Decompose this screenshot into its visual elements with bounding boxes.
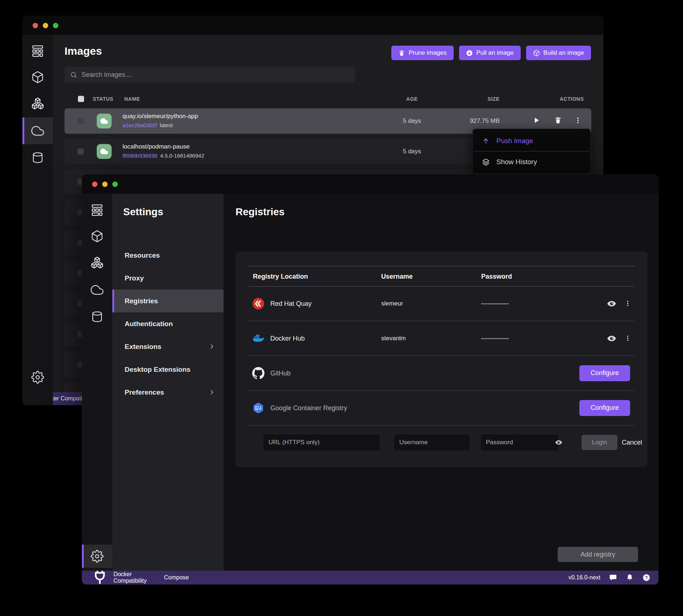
sidebar-item-volumes[interactable]	[82, 303, 112, 330]
registry-password-masked: •••••••••••••••••	[481, 301, 509, 305]
google-container-registry-icon	[252, 402, 265, 414]
add-registry-form: Login Cancel	[249, 425, 634, 459]
github-icon	[252, 367, 265, 379]
sidebar-item-containers[interactable]	[22, 64, 53, 91]
col-size: SIZE	[487, 96, 499, 102]
search-images-input[interactable]	[82, 71, 350, 79]
settings-title: Settings	[123, 206, 163, 218]
sidebar-item-pods[interactable]	[82, 250, 112, 276]
col-actions: ACTIONS	[560, 96, 584, 102]
sidebar-item-dashboard[interactable]	[22, 37, 53, 64]
chevron-right-icon	[209, 344, 215, 350]
eye-icon	[555, 438, 563, 446]
kebab-icon	[624, 300, 631, 307]
notifications-bell-icon[interactable]	[626, 574, 634, 582]
close-window-button[interactable]	[33, 23, 38, 28]
arrow-down-circle-icon	[466, 50, 473, 57]
registries-table-header: Registry Location Username Password	[249, 266, 634, 286]
image-kebab-menu-button[interactable]	[574, 117, 582, 125]
images-cloud-icon	[91, 283, 104, 296]
toggle-password-visibility-button[interactable]	[553, 436, 565, 449]
sidebar-item-containers[interactable]	[82, 223, 112, 250]
help-icon[interactable]: ?	[642, 574, 650, 582]
settings-window: Settings Resources Proxy Registries Auth…	[82, 174, 658, 584]
registry-row-red-hat-quay: Red Hat Quay slemeur •••••••••••••••••	[249, 286, 634, 321]
image-status-tile	[97, 144, 112, 159]
arrow-up-icon	[482, 137, 490, 145]
build-image-button[interactable]: Build an image	[526, 46, 591, 60]
volumes-icon	[91, 310, 104, 323]
cancel-button[interactable]: Cancel	[622, 439, 642, 446]
nav-item-registries[interactable]: Registries	[112, 290, 224, 312]
nav-item-preferences[interactable]: Preferences	[112, 381, 224, 404]
sidebar-item-pods[interactable]	[22, 91, 53, 117]
compose-status[interactable]: Compose	[161, 574, 189, 581]
show-password-button[interactable]	[605, 332, 618, 345]
app-sidebar	[22, 35, 53, 405]
cloud-icon	[100, 117, 108, 125]
cloud-icon	[100, 147, 108, 156]
login-button[interactable]: Login	[582, 435, 617, 450]
image-context-menu: Push Image Show History	[472, 129, 591, 174]
row-checkbox[interactable]	[78, 118, 84, 124]
sidebar-item-settings[interactable]	[82, 545, 112, 568]
registry-kebab-menu-button[interactable]	[621, 297, 634, 310]
sidebar-item-images[interactable]	[22, 117, 53, 144]
gear-icon	[91, 550, 104, 563]
nav-item-authentication[interactable]: Authentication	[112, 312, 224, 335]
pods-icon	[91, 257, 104, 270]
dashboard-icon	[31, 44, 44, 57]
menu-item-push-image[interactable]: Push Image	[473, 130, 590, 151]
trash-icon	[554, 116, 562, 124]
minimize-window-button[interactable]	[102, 182, 108, 187]
pull-image-button[interactable]: Pull an image	[459, 46, 521, 60]
col-registry-location: Registry Location	[253, 272, 308, 280]
app-version: v0.16.0-next	[569, 574, 600, 581]
registry-username: slemeur	[381, 300, 403, 307]
prune-images-button[interactable]: Prune images	[391, 46, 454, 60]
sidebar-item-dashboard[interactable]	[82, 196, 112, 223]
registry-name: Google Container Registry	[270, 404, 347, 412]
registry-kebab-menu-button[interactable]	[621, 332, 634, 345]
configure-github-button[interactable]: Configure	[579, 365, 630, 381]
image-size: 927.75 MB	[470, 117, 500, 125]
col-name: NAME	[124, 96, 140, 102]
configure-gcr-button[interactable]: Configure	[579, 400, 630, 416]
titlebar	[22, 16, 603, 35]
build-cube-icon	[533, 50, 540, 57]
registry-username-input[interactable]	[394, 434, 470, 450]
sidebar-item-images[interactable]	[82, 276, 112, 303]
registry-url-input[interactable]	[263, 434, 380, 450]
image-subline: a1ec26a0302flatest	[122, 122, 173, 128]
image-tag: latest	[160, 122, 173, 128]
nav-item-desktop-extensions[interactable]: Desktop Extensions	[112, 358, 224, 381]
minimize-window-button[interactable]	[43, 23, 48, 28]
image-name: quay.io/slemeur/python-app	[122, 113, 198, 120]
maximize-window-button[interactable]	[53, 23, 58, 28]
close-window-button[interactable]	[92, 182, 97, 187]
maximize-window-button[interactable]	[112, 182, 118, 187]
nav-item-extensions[interactable]: Extensions	[112, 335, 224, 358]
registries-page: Registries Registry Location Username Pa…	[224, 194, 658, 571]
eye-icon	[607, 299, 617, 309]
run-image-button[interactable]	[532, 116, 541, 126]
row-checkbox[interactable]	[78, 149, 84, 155]
page-title: Images	[64, 45, 102, 57]
registry-password-input[interactable]	[481, 434, 558, 450]
nav-item-resources[interactable]: Resources	[112, 244, 224, 267]
show-password-button[interactable]	[605, 297, 618, 310]
container-cube-icon	[31, 71, 44, 84]
registry-name: GitHub	[270, 369, 291, 377]
delete-image-button[interactable]	[554, 116, 562, 126]
add-registry-button[interactable]: Add registry	[558, 547, 638, 562]
nav-item-proxy[interactable]: Proxy	[112, 267, 224, 290]
red-hat-quay-icon	[252, 297, 265, 310]
menu-item-show-history[interactable]: Show History	[473, 151, 590, 172]
sidebar-item-volumes[interactable]	[22, 144, 53, 171]
svg-text:?: ?	[645, 575, 648, 580]
feedback-bubble-icon[interactable]	[609, 574, 617, 582]
sidebar-item-settings[interactable]	[22, 364, 53, 391]
chevron-right-icon	[209, 389, 215, 395]
select-all-checkbox[interactable]	[78, 96, 84, 102]
page-title: Registries	[236, 206, 284, 218]
